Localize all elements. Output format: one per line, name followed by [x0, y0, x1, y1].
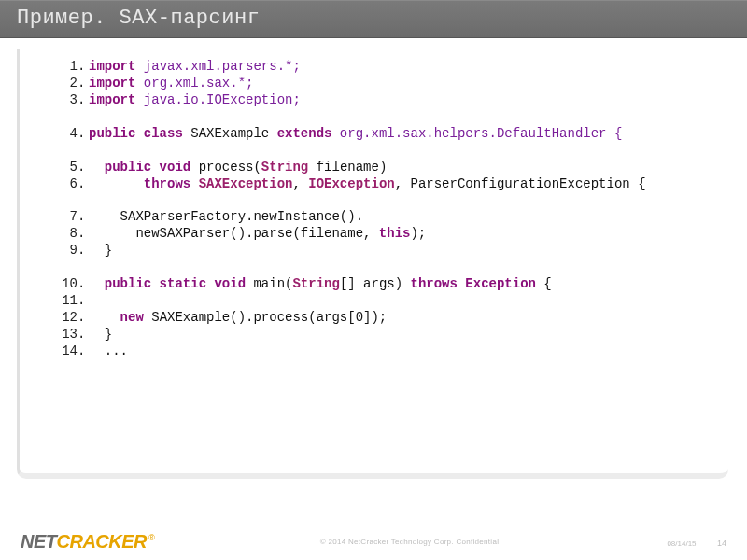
type: String [261, 160, 308, 176]
code-line: 1. import javax.xml.parsers.*; [48, 59, 710, 76]
type: String [292, 276, 339, 293]
code-line: 10. public static void main(String[] arg… [48, 276, 710, 293]
code-text: ); [410, 226, 426, 243]
code-text: filename) [308, 160, 387, 176]
line-number: 8 [48, 226, 78, 243]
line-number: 5 [48, 160, 78, 176]
slide-footer: NETCRACKER® © 2014 NetCracker Technology… [0, 523, 747, 560]
keyword: public class [89, 126, 183, 143]
code-line: 11. [48, 293, 710, 310]
code-text: newSAXParser().parse(filename, [89, 226, 379, 243]
code-text: } [89, 327, 112, 343]
line-number: 4 [48, 126, 78, 143]
type: SAXException [190, 176, 292, 193]
code-line: 9. } [48, 243, 710, 259]
code-text: main( [246, 276, 292, 293]
code-line: 8. newSAXParser().parse(filename, this); [48, 226, 710, 243]
code-line: 12. new SAXExample().process(args[0]); [48, 310, 710, 327]
line-number: 2 [48, 76, 78, 92]
line-number: 1 [48, 59, 78, 76]
code-block: 1. import javax.xml.parsers.*; 2. import… [17, 49, 728, 479]
copyright-text: © 2014 NetCracker Technology Corp. Confi… [154, 538, 667, 546]
code-text: , [292, 176, 308, 193]
keyword: throws Exception [411, 276, 536, 293]
line-number: 7 [48, 209, 78, 226]
slide-header: Пример. SAX-парсинг [0, 0, 747, 38]
type: IOException [308, 176, 394, 193]
line-number: 10 [48, 276, 78, 293]
logo-cracker: CRACKER [57, 531, 148, 552]
code-line: 14. ... [48, 343, 710, 360]
code-line: 6. throws SAXException, IOException, Par… [48, 176, 710, 193]
keyword: throws [144, 176, 190, 193]
code-text: SAXExample [183, 126, 277, 143]
code-line: 13. } [48, 327, 710, 343]
line-number: 14 [48, 343, 78, 360]
keyword: public void [105, 160, 190, 176]
code-text: } [89, 243, 112, 259]
code-line: 7. SAXParserFactory.newInstance(). [48, 209, 710, 226]
code-text: SAXParserFactory.newInstance(). [89, 209, 363, 226]
logo: NETCRACKER® [21, 531, 154, 553]
code-line: 5. public void process(String filename) [48, 160, 710, 176]
line-number: 13 [48, 327, 78, 343]
keyword: import [89, 76, 135, 92]
code-text: process( [190, 160, 261, 176]
code-line: 2. import org.xml.sax.*; [48, 76, 710, 92]
page-number: 14 [717, 539, 726, 548]
line-number: 9 [48, 243, 78, 259]
line-number: 6 [48, 176, 78, 193]
keyword: this [379, 226, 411, 243]
code-line: 4. public class SAXExample extends org.x… [48, 126, 710, 143]
line-number: 3 [48, 92, 78, 109]
line-number: 11 [48, 293, 78, 310]
code-text: { [536, 276, 552, 293]
code-text: org.xml.sax.helpers.DefaultHandler { [331, 126, 622, 143]
code-text: , ParserConfigurationException { [395, 176, 646, 193]
logo-net: NET [21, 531, 57, 552]
slide-title: Пример. SAX-парсинг [17, 7, 730, 30]
keyword: import [89, 59, 135, 76]
code-line: 3. import java.io.IOException; [48, 92, 710, 109]
code-text: SAXExample().process(args[0]); [144, 310, 387, 327]
code-text: java.io.IOException; [135, 92, 300, 109]
keyword: new [120, 310, 144, 327]
code-text: ... [89, 343, 128, 360]
code-text: javax.xml.parsers.*; [135, 59, 300, 76]
keyword: extends [277, 126, 332, 143]
footer-date: 08/14/15 [667, 539, 696, 548]
keyword: import [89, 92, 135, 109]
line-number: 12 [48, 310, 78, 327]
code-text: org.xml.sax.*; [135, 76, 253, 92]
keyword: public static void [105, 276, 246, 293]
code-text: [] args) [340, 276, 411, 293]
